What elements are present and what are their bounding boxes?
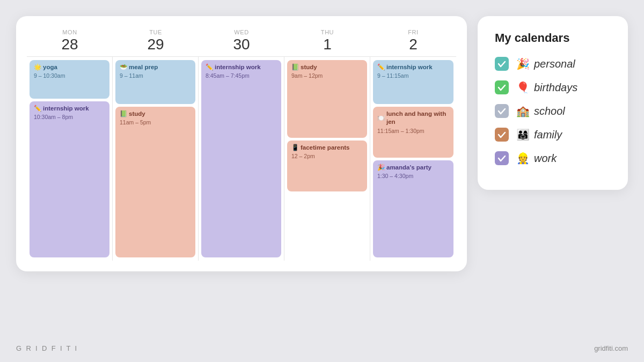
day-header-tue: TUE 29 [113,29,199,53]
day-header-mon: MON 28 [27,29,113,53]
checkbox-school[interactable] [495,104,509,118]
event-yoga[interactable]: 🌟yoga 9 – 10:30am [30,60,109,99]
day-name-wed: WED [234,29,248,35]
event-internship-mon[interactable]: ✏️internship work 10:30am – 8pm [30,101,109,257]
day-name-fri: FRI [408,29,418,35]
calendar-card: MON 28 TUE 29 WED 30 THU 1 FRI 2 [16,16,467,271]
event-meal-prep[interactable]: 🥗meal prep 9 – 11am [115,60,195,104]
cal-label-school: 🏫school [516,105,565,117]
day-number-wed: 30 [233,36,250,53]
calendar-grid: 🌟yoga 9 – 10:30am ✏️internship work 10:3… [27,56,456,261]
day-header-thu: THU 1 [284,29,370,53]
checkbox-birthdays[interactable] [495,80,509,94]
day-name-thu: THU [321,29,334,35]
day-header-fri: FRI 2 [370,29,456,53]
event-study-tue[interactable]: 📗study 11am – 5pm [115,107,195,257]
event-internship-fri[interactable]: ✏️internship work 9 – 11:15am [373,60,453,104]
day-col-fri: ✏️internship work 9 – 11:15am 🍽️lunch an… [370,57,456,261]
day-header-wed: WED 30 [199,29,284,53]
calendar-header: MON 28 TUE 29 WED 30 THU 1 FRI 2 [27,29,456,53]
day-col-tue: 🥗meal prep 9 – 11am 📗study 11am – 5pm [113,57,199,261]
sidebar-title: My calendars [495,31,611,45]
day-name-mon: MON [62,29,77,35]
day-number-mon: 28 [61,36,78,53]
cal-label-personal: 🎉personal [516,57,575,70]
day-col-wed: ✏️internship work 8:45am – 7:45pm [199,57,284,261]
checkbox-work[interactable] [495,151,509,165]
sidebar-card: My calendars 🎉personal 🎈birthdays 🏫schoo… [478,16,628,190]
footer: G R I D F I T I gridfiti.com [16,344,628,352]
day-number-thu: 1 [323,36,332,53]
event-facetime[interactable]: 📱facetime parents 12 – 2pm [287,141,367,191]
day-col-thu: 📗study 9am – 12pm 📱facetime parents 12 –… [284,57,370,261]
event-study-thu[interactable]: 📗study 9am – 12pm [287,60,367,138]
day-col-mon: 🌟yoga 9 – 10:30am ✏️internship work 10:3… [27,57,113,261]
cal-label-birthdays: 🎈birthdays [516,81,577,94]
cal-label-work: 👷work [516,152,557,165]
checkbox-personal[interactable] [495,57,509,71]
event-amanda-party[interactable]: 🎉amanda's party 1:30 – 4:30pm [373,160,453,257]
calendar-item-personal[interactable]: 🎉personal [495,57,611,71]
calendar-item-work[interactable]: 👷work [495,151,611,165]
checkbox-family[interactable] [495,128,509,142]
day-name-tue: TUE [149,29,162,35]
calendar-item-school[interactable]: 🏫school [495,104,611,118]
event-internship-wed[interactable]: ✏️internship work 8:45am – 7:45pm [201,60,281,257]
day-number-tue: 29 [147,36,164,53]
footer-url: gridfiti.com [594,344,628,352]
event-lunch[interactable]: 🍽️lunch and hang with jen 11:15am – 1:30… [373,107,453,158]
calendar-item-birthdays[interactable]: 🎈birthdays [495,80,611,94]
calendar-item-family[interactable]: 👨‍👩‍👧family [495,128,611,142]
footer-brand: G R I D F I T I [16,344,78,352]
cal-label-family: 👨‍👩‍👧family [516,128,562,141]
day-number-fri: 2 [409,36,418,53]
